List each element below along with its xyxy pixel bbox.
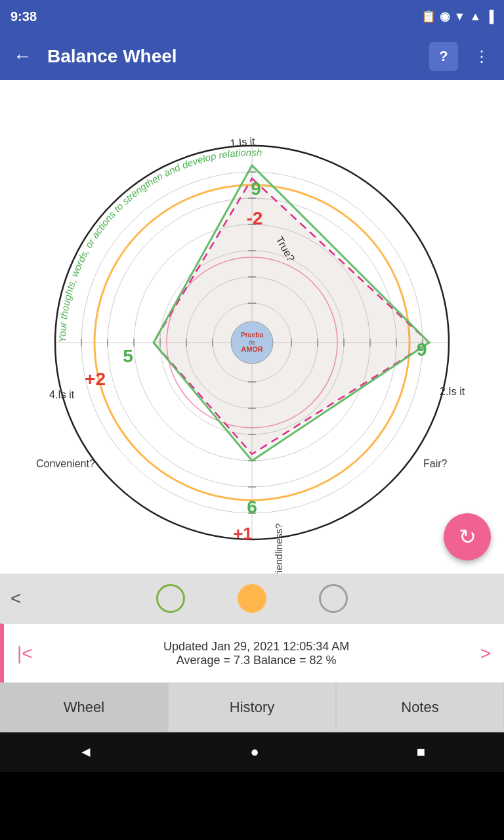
info-nav-right-button[interactable]: > xyxy=(480,643,491,664)
sim-icon: 📋 xyxy=(421,9,436,24)
svg-text:Prueba: Prueba xyxy=(241,331,263,339)
tab-wheel[interactable]: Wheel xyxy=(0,682,168,732)
svg-text:9: 9 xyxy=(251,178,261,199)
nav-dot-1[interactable] xyxy=(156,584,185,613)
info-bar: |< Updated Jan 29, 2021 12:05:34 AM Aver… xyxy=(0,623,504,682)
menu-button[interactable]: ⋮ xyxy=(469,42,496,71)
android-nav-bar: ◄ ● ■ xyxy=(0,732,504,772)
svg-text:1.Is it: 1.Is it xyxy=(230,135,256,148)
info-date: Updated Jan 29, 2021 12:05:34 AM xyxy=(33,640,480,654)
nav-dot-3[interactable] xyxy=(319,584,348,613)
svg-text:4.Is it: 4.Is it xyxy=(49,389,75,400)
android-home-button[interactable]: ● xyxy=(235,738,275,766)
svg-text:Friendliness?: Friendliness? xyxy=(273,523,284,574)
status-bar: 9:38 📋 ◉ ▼ ▲ ▐ xyxy=(0,0,504,33)
back-button[interactable]: ← xyxy=(8,41,37,72)
svg-text:-2: -2 xyxy=(247,208,263,228)
svg-text:5: 5 xyxy=(123,346,133,366)
svg-text:+2: +2 xyxy=(85,369,106,389)
svg-text:+1: +1 xyxy=(233,524,253,543)
info-stats: Average = 7.3 Balance = 82 % xyxy=(33,654,480,667)
android-back-button[interactable]: ◄ xyxy=(63,738,109,766)
top-bar: ← Balance Wheel ? ⋮ xyxy=(0,33,504,80)
chart-area: Your thoughts, words, or actions to stre… xyxy=(0,80,504,574)
svg-text:Convenient?: Convenient? xyxy=(36,458,95,469)
refresh-button[interactable]: ↻ xyxy=(444,513,491,560)
page-title: Balance Wheel xyxy=(47,46,419,67)
info-nav-left-button[interactable]: |< xyxy=(17,643,33,664)
tab-notes[interactable]: Notes xyxy=(336,682,504,732)
battery-icon: ▐ xyxy=(485,10,494,24)
svg-text:Fair?: Fair? xyxy=(423,458,448,469)
signal-icon: ▲ xyxy=(469,10,481,24)
svg-text:6: 6 xyxy=(247,497,257,517)
refresh-icon: ↻ xyxy=(459,524,476,549)
svg-text:AMOR: AMOR xyxy=(241,345,263,353)
nav-dot-2[interactable] xyxy=(238,584,266,613)
info-text: Updated Jan 29, 2021 12:05:34 AM Average… xyxy=(33,640,480,667)
bottom-tabs: Wheel History Notes xyxy=(0,682,504,732)
help-button[interactable]: ? xyxy=(429,42,458,71)
android-recents-button[interactable]: ■ xyxy=(401,738,441,766)
tab-history[interactable]: History xyxy=(168,682,336,732)
balance-wheel-chart: Your thoughts, words, or actions to stre… xyxy=(0,80,504,574)
svg-text:2.Is it: 2.Is it xyxy=(440,386,465,397)
nav-left-arrow[interactable]: < xyxy=(10,588,21,609)
wifi-icon: ▼ xyxy=(454,10,466,24)
svg-text:9: 9 xyxy=(417,339,427,360)
status-time: 9:38 xyxy=(10,9,37,24)
status-icons: 📋 ◉ ▼ ▲ ▐ xyxy=(421,9,494,24)
nav-dots-wrapper: < xyxy=(0,574,504,623)
app-icon: ◉ xyxy=(440,9,450,24)
